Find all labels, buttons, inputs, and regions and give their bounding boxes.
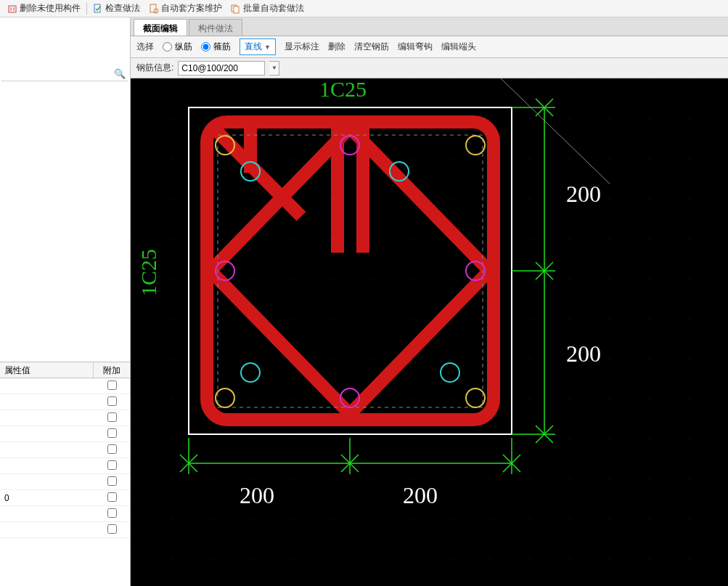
- check-method-button[interactable]: 检查做法: [89, 0, 144, 17]
- prop-checkbox[interactable]: [107, 396, 117, 406]
- prop-row[interactable]: [0, 506, 130, 522]
- svg-rect-7: [234, 7, 239, 13]
- prop-checkbox[interactable]: [107, 412, 117, 422]
- clear-rebar-button[interactable]: 清空钢筋: [354, 41, 389, 53]
- batch-icon: [231, 4, 241, 14]
- left-panel: 🔍 属性值 附加 0: [0, 17, 131, 586]
- dim-b2: 200: [403, 482, 438, 508]
- rebar-dropdown-button[interactable]: ▼: [269, 61, 279, 76]
- rebar-info-bar: 钢筋信息: ▼: [131, 58, 728, 78]
- dim-r2: 200: [566, 341, 601, 367]
- svg-rect-0: [9, 6, 16, 12]
- edit-hook-button[interactable]: 编辑弯钩: [398, 41, 433, 53]
- prop-checkbox[interactable]: [107, 524, 117, 534]
- tabs: 截面编辑 构件做法: [131, 17, 728, 36]
- prop-checkbox[interactable]: [107, 460, 117, 470]
- check-method-label: 检查做法: [105, 2, 140, 15]
- show-mark-button[interactable]: 显示标注: [285, 41, 319, 53]
- delete-unused-button[interactable]: 删除未使用构件: [3, 0, 85, 17]
- radio-stirrup-input[interactable]: [201, 42, 210, 52]
- tab-section-edit[interactable]: 截面编辑: [134, 19, 187, 36]
- prop-row[interactable]: 0: [0, 490, 130, 506]
- label-top: 1C25: [319, 78, 367, 101]
- prop-checkbox[interactable]: [107, 428, 117, 438]
- prop-row[interactable]: [0, 426, 130, 442]
- radio-stirrup[interactable]: 箍筋: [201, 41, 231, 53]
- prop-row[interactable]: [0, 522, 130, 538]
- prop-checkbox[interactable]: [107, 476, 117, 486]
- tab-component-method[interactable]: 构件做法: [189, 19, 242, 36]
- auto-scheme-icon: [149, 4, 159, 14]
- prop-row[interactable]: [0, 442, 130, 458]
- prop-row[interactable]: [0, 474, 130, 490]
- radio-longitudinal[interactable]: 纵筋: [163, 41, 192, 53]
- prop-checkbox[interactable]: [107, 508, 117, 518]
- document-check-icon: [93, 4, 103, 14]
- edit-toolbar: 选择 纵筋 箍筋 直线 ▼ 显示标注 删除 清空钢筋 编辑弯钩 编辑端头: [131, 36, 728, 58]
- prop-row[interactable]: [0, 458, 130, 474]
- edit-end-button[interactable]: 编辑端头: [441, 41, 476, 53]
- prop-row[interactable]: [0, 378, 130, 394]
- auto-scheme-label: 自动套方案维护: [161, 2, 222, 15]
- chevron-down-icon: ▼: [264, 44, 271, 51]
- separator: [86, 3, 87, 15]
- col-value-header: 属性值: [0, 362, 94, 378]
- delete-icon: [7, 4, 17, 14]
- rebar-info-input[interactable]: [178, 61, 265, 76]
- radio-longitudinal-input[interactable]: [163, 42, 172, 52]
- dim-b1: 200: [240, 482, 274, 508]
- delete-button[interactable]: 删除: [328, 41, 345, 53]
- search-icon[interactable]: 🔍: [114, 68, 126, 79]
- properties-header: 属性值 附加: [0, 362, 130, 378]
- prop-row[interactable]: [0, 394, 130, 410]
- select-label[interactable]: 选择: [136, 41, 154, 53]
- batch-auto-label: 批量自动套做法: [243, 2, 304, 15]
- line-tool-dropdown[interactable]: 直线 ▼: [240, 38, 276, 55]
- section-drawing: 1C25 1C25 200 200: [131, 78, 728, 586]
- prop-checkbox[interactable]: [107, 492, 117, 502]
- auto-scheme-button[interactable]: 自动套方案维护: [144, 0, 226, 17]
- drawing-canvas[interactable]: 1C25 1C25 200 200: [131, 78, 728, 586]
- svg-rect-4: [150, 4, 156, 12]
- right-area: 截面编辑 构件做法 选择 纵筋 箍筋 直线 ▼ 显示标注 删除 清空钢筋 编辑弯…: [131, 17, 728, 586]
- search-row: 🔍: [1, 67, 128, 81]
- label-left: 1C25: [136, 249, 160, 296]
- prop-checkbox[interactable]: [107, 381, 117, 390]
- dim-r1: 200: [566, 181, 601, 207]
- tree-area: 🔍: [0, 17, 130, 362]
- rebar-info-label: 钢筋信息:: [136, 62, 173, 74]
- properties-panel: 属性值 附加 0: [0, 362, 130, 586]
- batch-auto-button[interactable]: 批量自动套做法: [226, 0, 308, 17]
- delete-unused-label: 删除未使用构件: [20, 2, 81, 15]
- prop-checkbox[interactable]: [107, 444, 117, 454]
- top-toolbar: 删除未使用构件 检查做法 自动套方案维护 批量自动套做法: [0, 0, 728, 17]
- main-layout: 🔍 属性值 附加 0 截面编辑 构件做法 选择: [0, 17, 728, 586]
- prop-row[interactable]: [0, 410, 130, 426]
- col-extra-header: 附加: [94, 362, 130, 378]
